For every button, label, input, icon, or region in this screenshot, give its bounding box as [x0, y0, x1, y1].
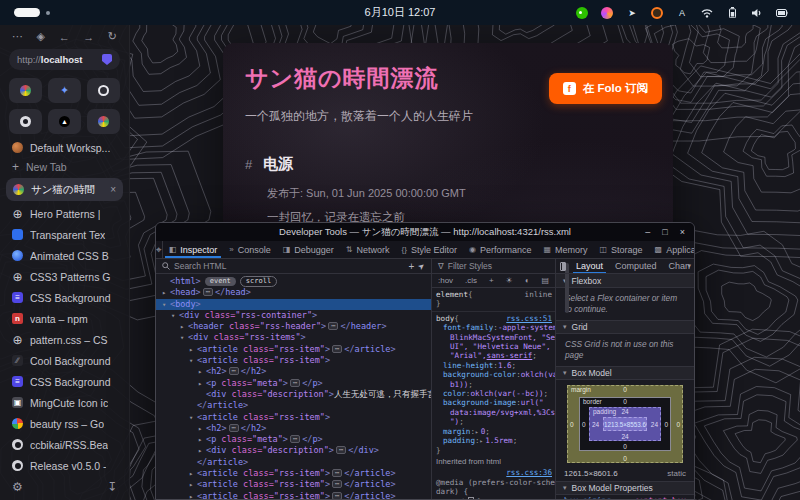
markup-node[interactable]: ▸<h2>⋯</h2>	[156, 423, 431, 434]
tab-list-item[interactable]: ≡CSS Background	[0, 371, 129, 392]
source-link[interactable]: rss.css:36	[502, 468, 552, 477]
markup-node[interactable]: </article>	[156, 400, 431, 411]
tab-list-item[interactable]: ⊕CSS3 Patterns G	[0, 266, 129, 287]
expand-arrow[interactable]: ▾	[180, 333, 188, 344]
markup-node[interactable]: ▸<head>⋯</head>	[156, 287, 431, 298]
source-link[interactable]: inline	[521, 290, 552, 299]
filter-styles-bar[interactable]: ∇ Filter Styles	[432, 259, 555, 274]
devtools-tab-console[interactable]: »Console	[223, 241, 276, 258]
dropdown-caret-icon[interactable]: ▾	[687, 262, 691, 270]
box-model-content[interactable]: 1213.5×8553.6	[603, 417, 647, 431]
markup-node[interactable]: </article>	[156, 457, 431, 468]
tab-list-item[interactable]: ▣MingCute Icon ic	[0, 392, 129, 413]
expand-arrow[interactable]: ▾	[189, 413, 197, 424]
collapsed-marker[interactable]: ⋯	[290, 379, 300, 387]
expand-arrow[interactable]: ▸	[475, 427, 479, 436]
expand-arrow[interactable]: ▸	[162, 288, 170, 299]
boxmodel-section-header[interactable]: ▾ Box Model	[556, 366, 694, 380]
tab-list-item[interactable]: beauty rss – Go	[0, 413, 129, 434]
minimize-button[interactable]: –	[645, 227, 650, 237]
shield-icon[interactable]: ◈	[37, 30, 45, 43]
battery-icon[interactable]	[726, 7, 738, 19]
orange-app-icon[interactable]	[651, 7, 663, 19]
boxmodel-property-row[interactable]: box-sizingcontent-box	[556, 495, 694, 499]
tab-list-item[interactable]: ∕∕Cool Background	[0, 350, 129, 371]
rules-tool-[interactable]: +	[489, 276, 494, 285]
box-model-border[interactable]: border 0 0 0 0 padding 24 24 24 24	[579, 397, 671, 451]
scroll-badge[interactable]: scroll	[240, 276, 277, 287]
picker-icon[interactable]: ➤	[416, 260, 427, 271]
new-tab-button[interactable]: + New Tab	[0, 157, 129, 176]
markup-node[interactable]: ▸<p class="meta">⋯</p>	[156, 434, 431, 445]
markup-node[interactable]: ▸<div class="description">⋯</div>	[156, 445, 431, 456]
tab-list-item[interactable]: Release v0.5.0 -	[0, 455, 129, 476]
tab-list-item[interactable]: ⊕pattern.css – CS	[0, 329, 129, 350]
tab-list-item[interactable]: ccbikai/RSS.Bea	[0, 434, 129, 455]
markup-node[interactable]: ▸<h2>⋯</h2>	[156, 366, 431, 377]
tracking-shield-icon[interactable]	[102, 54, 112, 65]
devtools-tab-performance[interactable]: ◉Performance	[463, 241, 538, 258]
devtools-tab-inspector[interactable]: ◧Inspector	[163, 241, 224, 258]
collapsed-marker[interactable]: ⋯	[229, 424, 239, 432]
markup-node[interactable]: ▸<header class="rss-header">⋯</header>	[156, 321, 431, 332]
telegram-icon[interactable]: ➤	[626, 7, 638, 19]
tab-computed[interactable]: Computed	[610, 259, 662, 274]
devtools-tab-storage[interactable]: ◫Storage	[594, 241, 649, 258]
pinned-tab-sparkle[interactable]: ✦	[48, 78, 81, 103]
add-node-button[interactable]: +	[408, 261, 414, 272]
rules-tool-hov[interactable]: :hov	[438, 276, 453, 285]
expand-arrow[interactable]: ▸	[480, 436, 484, 445]
tab-list-item[interactable]: ⊕Hero Patterns |	[0, 203, 129, 224]
boxmodel-properties-header[interactable]: ▾ Box Model Properties	[556, 481, 694, 495]
reload-icon[interactable]: ↻	[108, 30, 117, 43]
devtools-tab-style-editor[interactable]: {}Style Editor	[396, 241, 463, 258]
collapsed-marker[interactable]: ⋯	[332, 469, 342, 477]
devtools-tab-debugger[interactable]: ◨Debugger	[277, 241, 340, 258]
devtools-tab-application[interactable]: ▩Application	[649, 241, 695, 258]
split-console-icon[interactable]	[560, 262, 566, 271]
expand-arrow[interactable]: ▾	[189, 356, 197, 367]
pinned-tab-palette[interactable]	[87, 109, 120, 134]
collapsed-marker[interactable]: ⋯	[203, 288, 213, 296]
rules-tool-[interactable]: ☀	[506, 276, 513, 285]
close-button[interactable]: ×	[680, 227, 685, 237]
markup-node[interactable]: ▾<div class="rss-container">	[156, 310, 431, 321]
collapsed-marker[interactable]: ⋯	[332, 345, 342, 353]
url-bar[interactable]: http://localhost	[9, 49, 120, 70]
menu-icon[interactable]: ⋯	[12, 30, 23, 43]
colorwheel-icon[interactable]	[601, 7, 613, 19]
event-badge[interactable]: event	[205, 277, 236, 286]
downloads-icon[interactable]: ↧	[107, 480, 117, 494]
box-model-padding[interactable]: padding 24 24 24 24 1213.5×8553.6	[589, 407, 661, 441]
forward-icon[interactable]: →	[83, 31, 94, 43]
flexbox-section-header[interactable]: ▾ Flexbox	[556, 274, 694, 288]
tab-list-item[interactable]: nvanta – npm	[0, 308, 129, 329]
markup-search-bar[interactable]: Search HTML + ➤	[156, 259, 431, 274]
collapsed-marker[interactable]: ⋯	[229, 367, 239, 375]
battery-status-icon[interactable]	[776, 7, 788, 19]
wechat-icon[interactable]	[576, 7, 588, 19]
expand-arrow[interactable]: ▸	[198, 367, 206, 378]
article-title[interactable]: 电源	[263, 155, 293, 172]
active-tab[interactable]: サン猫の時間 ×	[6, 178, 123, 201]
pick-element-button[interactable]: ⌖	[156, 241, 163, 258]
source-link[interactable]: rss.css:51	[502, 314, 552, 323]
markup-node[interactable]: ▸<p class="meta">⋯</p>	[156, 378, 431, 389]
markup-node[interactable]: ▸<article class="rss-item">⋯</article>	[156, 344, 431, 355]
wifi-icon[interactable]	[701, 7, 713, 19]
markup-node[interactable]: ▾<article class="rss-item">	[156, 412, 431, 423]
markup-node[interactable]: <div class="description">人生无处可逃，只有握手言和</…	[156, 389, 431, 400]
tab-list-item[interactable]: Animated CSS B	[0, 245, 129, 266]
expand-arrow[interactable]: ▾	[171, 311, 179, 322]
devtools-tab-network[interactable]: ⇅Network	[340, 241, 396, 258]
input-method-indicator[interactable]: A	[676, 7, 688, 19]
expand-arrow[interactable]: ▸	[189, 492, 197, 499]
close-tab-icon[interactable]: ×	[110, 184, 116, 195]
markup-node[interactable]: <html>eventscroll	[156, 276, 431, 287]
volume-icon[interactable]	[751, 7, 763, 19]
tab-layout[interactable]: Layout	[571, 259, 608, 274]
folo-subscribe-button[interactable]: f 在 Folo 订阅	[549, 73, 662, 104]
collapsed-marker[interactable]: ⋯	[336, 446, 346, 454]
expand-arrow[interactable]: ▾	[162, 300, 170, 311]
pinned-tab-palette[interactable]	[9, 78, 42, 103]
